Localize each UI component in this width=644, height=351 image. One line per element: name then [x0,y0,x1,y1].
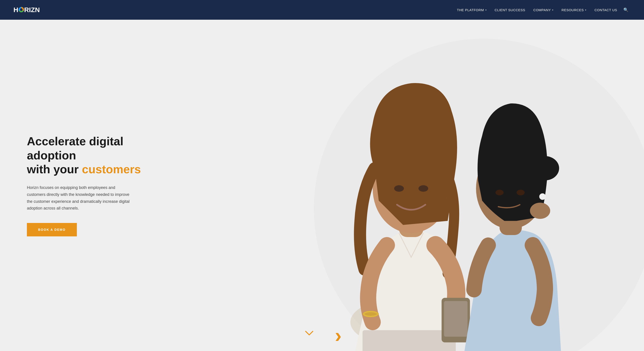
hero-title-line2-plain: with your [27,163,82,176]
nav-links: THE PLATFORM ▾ CLIENT SUCCESS COMPANY ▾ … [453,6,630,14]
logo-h-letter: H [14,6,18,14]
svg-point-16 [539,193,546,200]
search-icon[interactable]: 🔍 [621,6,630,14]
nav-label-contact: CONTACT US [594,8,617,12]
nav-link-contact[interactable]: CONTACT US [590,6,621,14]
nav-item-resources[interactable]: RESOURCES ▾ [558,6,590,14]
nav-item-company[interactable]: COMPANY ▾ [529,6,558,14]
hero-illustration: › [258,20,644,351]
hero-section: Accelerate digital adoption with your cu… [0,20,644,351]
nav-label-resources: RESOURCES [562,8,584,12]
svg-text:›: › [335,324,342,347]
nav-link-platform[interactable]: THE PLATFORM ▾ [453,6,490,14]
hero-title: Accelerate digital adoption with your cu… [27,134,157,176]
svg-point-5 [394,185,404,192]
chevron-down-icon [305,331,314,336]
hero-description: Horizn focuses on equipping both employe… [27,184,134,212]
hero-title-highlight: customers [82,163,141,176]
logo-rizn-letters: RIZN [24,6,40,14]
chevron-down-icon-platform: ▾ [485,9,487,11]
nav-item-platform[interactable]: THE PLATFORM ▾ [453,6,490,14]
hero-title-line1: Accelerate digital adoption [27,135,124,162]
nav-link-company[interactable]: COMPANY ▾ [529,6,558,14]
nav-item-client-success[interactable]: CLIENT SUCCESS [490,6,529,14]
chevron-down-icon-company: ▾ [552,9,554,11]
logo[interactable]: H RIZN [14,6,40,14]
nav-label-client-success: CLIENT SUCCESS [494,8,525,12]
svg-point-13 [531,156,559,180]
svg-point-6 [418,185,428,192]
svg-point-14 [496,190,504,195]
svg-point-17 [530,203,550,219]
hero-people-svg: › [219,20,644,351]
scroll-chevron[interactable] [305,329,314,338]
hero-content: Accelerate digital adoption with your cu… [0,116,157,254]
nav-link-resources[interactable]: RESOURCES ▾ [558,6,590,14]
svg-rect-8 [444,301,468,337]
nav-label-company: COMPANY [533,8,551,12]
book-demo-button[interactable]: BOOK A DEMO [27,223,77,236]
nav-item-contact[interactable]: CONTACT US [590,6,621,14]
chevron-down-icon-resources: ▾ [585,9,586,11]
svg-point-15 [516,190,524,195]
nav-item-search[interactable]: 🔍 [621,7,630,12]
nav-label-platform: THE PLATFORM [457,8,484,12]
navbar: H RIZN THE PLATFORM ▾ CLIENT SUCCESS COM… [0,0,644,20]
nav-link-client-success[interactable]: CLIENT SUCCESS [490,6,529,14]
logo-o-icon [18,7,24,12]
